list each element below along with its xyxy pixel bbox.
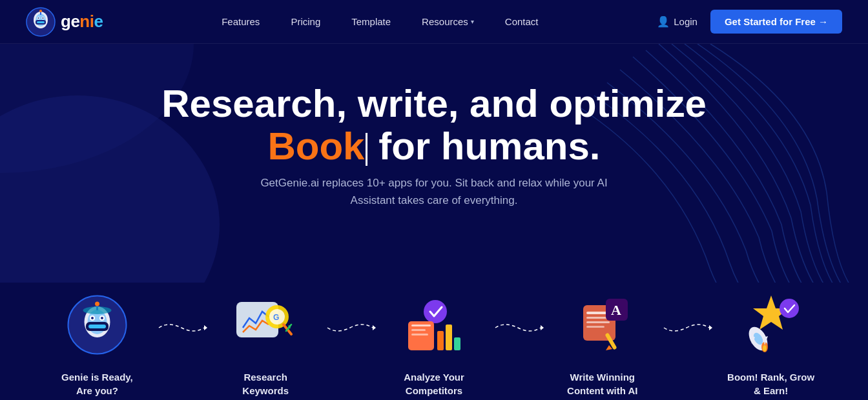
- nav-item-resources[interactable]: Resources ▾: [422, 16, 474, 27]
- svg-point-34: [424, 300, 447, 323]
- text-cursor: [366, 133, 367, 166]
- step-icon-write: A: [567, 289, 638, 360]
- svg-rect-38: [411, 334, 428, 335]
- svg-point-23: [95, 301, 99, 306]
- hero-subtitle: GetGenie.ai replaces 10+ apps for you. S…: [253, 174, 615, 209]
- step-label-rank: Boom! Rank, Grow& Earn!: [727, 370, 814, 397]
- step-rank-grow: Boom! Rank, Grow& Earn!: [712, 289, 829, 397]
- svg-marker-51: [606, 345, 612, 350]
- svg-point-54: [780, 299, 799, 318]
- login-button[interactable]: 👤 Login: [657, 15, 698, 28]
- svg-rect-47: [586, 326, 604, 328]
- user-icon: 👤: [657, 15, 670, 28]
- step-icon-rocket: [736, 289, 807, 360]
- logo-icon: [26, 7, 56, 37]
- step-label-genie: Genie is Ready,Are you?: [61, 370, 133, 397]
- svg-point-58: [763, 345, 767, 352]
- step-arrow-2: [324, 318, 376, 337]
- svg-point-20: [91, 317, 94, 319]
- svg-point-8: [43, 17, 44, 19]
- step-research-keywords: G ResearchKeywords: [207, 289, 324, 397]
- svg-point-7: [38, 17, 39, 19]
- svg-rect-39: [437, 331, 444, 350]
- nav-right: 👤 Login Get Started for Free →: [657, 10, 842, 34]
- nav-item-contact[interactable]: Contact: [505, 16, 539, 28]
- step-label-write: Write WinningContent with AI: [567, 370, 637, 397]
- nav-item-features[interactable]: Features: [222, 16, 260, 28]
- nav-item-template[interactable]: Template: [351, 16, 391, 28]
- svg-rect-41: [454, 337, 460, 350]
- step-analyze-competitors: Analyze YourCompetitors: [376, 289, 493, 397]
- step-icon-research: G: [230, 289, 301, 360]
- logo-text: genie: [61, 12, 103, 32]
- chevron-down-icon: ▾: [471, 18, 474, 25]
- nav-item-pricing[interactable]: Pricing: [291, 16, 320, 28]
- step-label-research: ResearchKeywords: [242, 370, 289, 397]
- logo[interactable]: genie: [26, 7, 103, 37]
- step-icon-analyze: [398, 289, 470, 360]
- step-icon-genie: [61, 289, 132, 360]
- get-started-button[interactable]: Get Started for Free →: [710, 10, 842, 34]
- step-write-content: A Write WinningContent with AI: [544, 289, 661, 397]
- svg-text:G: G: [273, 313, 279, 322]
- navbar: genie Features Pricing Template Resource…: [0, 0, 868, 44]
- svg-rect-46: [586, 321, 610, 323]
- step-arrow-1: [156, 318, 207, 337]
- steps-section: Genie is Ready,Are you? G: [0, 283, 868, 400]
- svg-point-21: [101, 317, 103, 319]
- hero-content: Research, write, and optimize Book for h…: [26, 83, 842, 209]
- svg-point-10: [39, 10, 42, 12]
- svg-rect-17: [88, 325, 106, 328]
- svg-rect-37: [411, 329, 426, 331]
- svg-point-24: [83, 306, 111, 314]
- nav-links: Features Pricing Template Resources ▾ Co…: [222, 16, 538, 28]
- svg-rect-4: [37, 21, 45, 23]
- svg-rect-40: [446, 325, 452, 350]
- svg-rect-45: [586, 317, 607, 319]
- step-genie-ready: Genie is Ready,Are you?: [39, 289, 156, 397]
- step-arrow-3: [492, 318, 544, 337]
- step-arrow-4: [661, 318, 712, 337]
- svg-rect-36: [411, 325, 431, 326]
- hero-section: Research, write, and optimize Book for h…: [0, 44, 868, 283]
- step-label-analyze: Analyze YourCompetitors: [404, 370, 464, 397]
- svg-text:A: A: [611, 302, 621, 318]
- hero-title: Research, write, and optimize Book for h…: [26, 83, 842, 168]
